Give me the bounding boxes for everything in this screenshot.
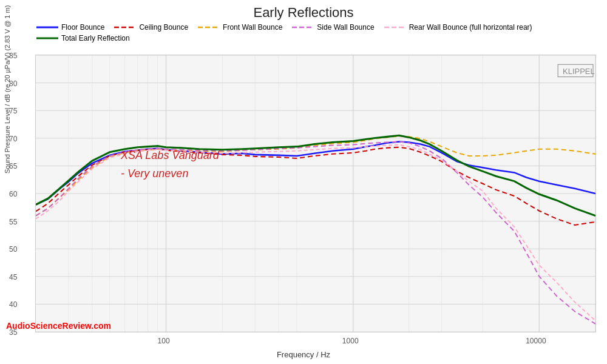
- legend-item-rear-wall: Rear Wall Bounce (full horizontal rear): [384, 23, 532, 32]
- watermark: AudioScienceReview.com: [6, 321, 111, 331]
- annotation-line1: XSA Labs Vanguard: [121, 149, 219, 162]
- floor-bounce-line-icon: [36, 25, 58, 30]
- y-tick-50: 50: [9, 245, 17, 254]
- chart-title: Early Reflections: [0, 0, 607, 21]
- annotation-line2: - Very uneven: [121, 167, 188, 180]
- y-tick-45: 45: [9, 273, 17, 281]
- x-tick-100: 100: [158, 337, 170, 345]
- legend-item-ceiling-bounce: Ceiling Bounce: [114, 23, 188, 32]
- legend: Floor Bounce Ceiling Bounce Front Wall B…: [0, 21, 607, 45]
- legend-label-front-wall: Front Wall Bounce: [223, 23, 282, 32]
- total-early-line-icon: [36, 36, 58, 41]
- ceiling-bounce-line: [36, 147, 595, 225]
- legend-item-total-early: Total Early Reflection: [36, 34, 130, 42]
- chart-container: Early Reflections Floor Bounce Ceiling B…: [0, 0, 607, 364]
- plot-area: KLIPPEL XSA Labs Vanguard - Very uneven …: [35, 55, 596, 332]
- legend-label-ceiling-bounce: Ceiling Bounce: [139, 23, 188, 32]
- side-wall-line-icon: [292, 25, 314, 30]
- ceiling-bounce-line-icon: [114, 25, 136, 30]
- legend-item-floor-bounce: Floor Bounce: [36, 23, 104, 32]
- legend-item-front-wall: Front Wall Bounce: [198, 23, 282, 32]
- rear-wall-line-icon: [384, 25, 406, 30]
- legend-label-rear-wall: Rear Wall Bounce (full horizontal rear): [409, 23, 532, 32]
- y-tick-40: 40: [9, 300, 17, 309]
- side-wall-bounce-line: [36, 142, 595, 324]
- legend-label-total-early: Total Early Reflection: [61, 34, 130, 42]
- front-wall-bounce-line: [36, 136, 595, 215]
- legend-label-side-wall: Side Wall Bounce: [317, 23, 374, 32]
- x-tick-10000: 10000: [526, 337, 546, 345]
- x-tick-1000: 1000: [342, 337, 359, 345]
- y-tick-55: 55: [9, 218, 17, 226]
- legend-item-side-wall: Side Wall Bounce: [292, 23, 374, 32]
- total-early-reflection-line: [36, 135, 595, 215]
- x-axis-label: Frequency / Hz: [277, 350, 330, 359]
- y-tick-60: 60: [9, 190, 17, 198]
- klippel-logo: KLIPPEL: [563, 66, 595, 75]
- rear-wall-bounce-line: [36, 145, 595, 321]
- chart-svg: KLIPPEL: [36, 55, 595, 332]
- legend-label-floor-bounce: Floor Bounce: [61, 23, 104, 32]
- front-wall-line-icon: [198, 25, 220, 30]
